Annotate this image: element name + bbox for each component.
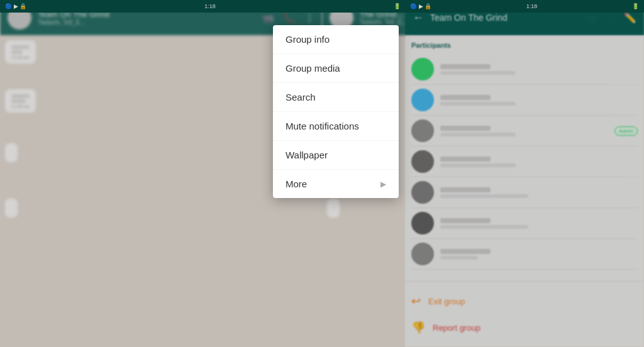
menu-label-group-info: Group info	[286, 34, 330, 45]
menu-label-group-media: Group media	[286, 63, 340, 74]
menu-item-group-info[interactable]: Group info	[273, 25, 399, 54]
menu-item-group-media[interactable]: Group media	[273, 54, 399, 83]
chevron-right-icon: ▶	[380, 180, 386, 189]
menu-item-wallpaper[interactable]: Wallpaper	[273, 141, 399, 170]
menu-label-wallpaper: Wallpaper	[286, 150, 328, 160]
menu-item-search[interactable]: Search	[273, 83, 399, 112]
menu-label-more: More	[286, 179, 307, 189]
menu-item-mute[interactable]: Mute notifications	[273, 112, 399, 141]
menu-label-search: Search	[286, 92, 316, 102]
menu-item-more[interactable]: More ▶	[273, 170, 399, 198]
dropdown-menu: Group info Group media Search Mute notif…	[273, 25, 399, 198]
menu-label-mute: Mute notifications	[286, 121, 359, 131]
